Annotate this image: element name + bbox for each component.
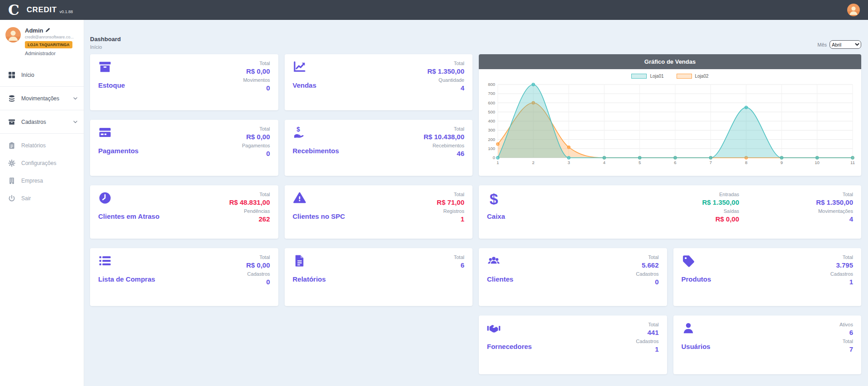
stat-value: R$ 10.438,00	[424, 132, 464, 141]
sidebar-item-movimentacoes[interactable]: Movimentações	[0, 89, 84, 107]
stat-value: R$ 0,00	[243, 67, 270, 75]
building-icon	[8, 177, 15, 184]
stat-value: 0	[243, 84, 270, 92]
breadcrumb: Dashboard Início	[90, 36, 121, 50]
hand-dollar-icon: $	[293, 126, 306, 139]
clock-icon	[98, 191, 112, 205]
stat-value: R$ 1.350,00	[427, 67, 464, 75]
stat-label: Cadastros	[636, 338, 658, 345]
card-title: Clientes	[487, 275, 513, 283]
stat-label: Entradas	[702, 191, 739, 198]
user-name: Admin	[25, 27, 74, 34]
svg-text:8: 8	[745, 160, 747, 165]
store-badge: LOJA TAQUARITINGA	[25, 41, 72, 48]
credit-card-icon	[98, 126, 112, 139]
card-fornecedores[interactable]: Fornecedores Total 441 Cadastros 1	[479, 315, 667, 374]
stat-label: Total	[636, 254, 658, 261]
stat-label: Total	[424, 126, 464, 132]
card-usuarios[interactable]: Usuários Ativos 6 Total 7	[673, 315, 862, 374]
user-block: Admin credit@anronsoftware.co... LOJA TA…	[0, 20, 84, 60]
box-icon	[98, 60, 112, 74]
stat-value: 4	[816, 215, 853, 223]
app-header: C CREDIT v0.1.88	[0, 0, 868, 20]
sidebar-item-sair[interactable]: Sair	[0, 189, 84, 207]
stat-label: Pendências	[229, 208, 270, 215]
stat-value: 3.795	[830, 261, 853, 269]
sidebar-item-relatorios[interactable]: Relatórios	[0, 137, 84, 154]
card-produtos[interactable]: Produtos Total 3.795 Cadastros 1	[673, 248, 862, 306]
sidebar-item-label: Movimentações	[21, 95, 59, 102]
card-relatorios[interactable]: Relatórios Total 6	[285, 248, 473, 306]
main-content: Dashboard Início Mês Abril Estoque Total…	[84, 20, 868, 386]
divider	[0, 110, 84, 110]
card-title: Clientes em Atraso	[98, 212, 159, 220]
card-clientes[interactable]: Clientes Total 5.662 Cadastros 0	[479, 248, 667, 306]
stat-label: Movimentos	[243, 77, 270, 84]
tag-icon	[682, 254, 695, 268]
chart-line-icon	[293, 60, 306, 74]
card-clientes-em-atraso[interactable]: Clientes em Atraso Total R$ 48.831,00 Pe…	[90, 185, 278, 239]
card-lista-de-compras[interactable]: Lista de Compras Total R$ 0,00 Cadastros…	[90, 248, 278, 306]
svg-text:11: 11	[850, 160, 855, 165]
stat-label: Total	[242, 126, 270, 132]
card-pagamentos[interactable]: Pagamentos Total R$ 0,00 Pagamentos 0	[90, 120, 278, 176]
stat-label: Movimentações	[816, 208, 853, 215]
sidebar-item-empresa[interactable]: Empresa	[0, 172, 84, 189]
card-title: Usuários	[682, 343, 711, 350]
app-name: CREDIT	[27, 5, 57, 14]
sidebar-item-label: Configurações	[21, 160, 56, 166]
svg-text:700: 700	[488, 91, 495, 96]
stat-label: Total	[229, 191, 270, 198]
legend-item[interactable]: Loja02	[677, 74, 709, 79]
stat-value: R$ 0,00	[242, 132, 270, 141]
divider	[0, 133, 84, 134]
stat-value: 7	[839, 345, 853, 353]
card-caixa[interactable]: $ Caixa Entradas R$ 1.350,00 Saídas R$ 0…	[479, 185, 861, 239]
svg-text:5: 5	[639, 160, 641, 165]
stat-value: 4	[427, 84, 464, 92]
sidebar: Admin credit@anronsoftware.co... LOJA TA…	[0, 20, 84, 386]
legend-item[interactable]: Loja01	[631, 74, 663, 79]
month-filter: Mês Abril	[817, 40, 861, 50]
stat-value: 6	[454, 261, 464, 269]
stat-label: Cadastros	[830, 271, 853, 278]
card-estoque[interactable]: Estoque Total R$ 0,00 Movimentos 0	[90, 54, 278, 110]
svg-text:100: 100	[488, 146, 495, 151]
chevron-down-icon	[73, 121, 77, 123]
card-recebimentos[interactable]: $ Recebimentos Total R$ 10.438,00 Recebi…	[285, 120, 473, 176]
card-title: Relatórios	[293, 275, 326, 283]
sidebar-item-label: Empresa	[21, 178, 43, 184]
stat-label: Total	[243, 60, 270, 67]
grid-icon	[8, 71, 15, 79]
month-label: Mês	[817, 42, 827, 47]
svg-text:10: 10	[815, 160, 820, 165]
sidebar-avatar[interactable]	[5, 27, 21, 42]
stat-value: 46	[424, 149, 464, 158]
sidebar-item-cadastros[interactable]: Cadastros	[0, 113, 84, 131]
list-icon	[98, 254, 112, 268]
svg-text:1: 1	[496, 160, 499, 165]
page-title: Dashboard	[90, 36, 121, 42]
legend-swatch	[677, 74, 692, 79]
card-vendas[interactable]: Vendas Total R$ 1.350,00 Quantidade 4	[285, 54, 473, 110]
card-title: Lista de Compras	[98, 275, 155, 283]
sidebar-item-inicio[interactable]: Início	[0, 66, 84, 84]
sidebar-item-configuracoes[interactable]: Configurações	[0, 154, 84, 172]
card-clientes-no-spc[interactable]: Clientes no SPC Total R$ 71,00 Registros…	[285, 185, 473, 239]
user-name-text: Admin	[25, 27, 43, 34]
stat-value: R$ 0,00	[702, 215, 739, 223]
month-select[interactable]: Abril	[830, 40, 861, 49]
stat-label: Cadastros	[636, 271, 658, 278]
stat-label: Saídas	[702, 208, 739, 215]
user-avatar-icon[interactable]	[847, 4, 860, 16]
clipboard-icon	[8, 142, 15, 149]
svg-text:7: 7	[710, 160, 712, 165]
user-role: Administrador	[25, 51, 74, 56]
chart-legend: Loja01Loja02	[483, 74, 857, 79]
svg-text:2: 2	[532, 160, 534, 165]
stat-label: Recebimentos	[424, 142, 464, 149]
sidebar-item-label: Início	[21, 72, 34, 78]
chart-title: Gráfico de Vendas	[479, 54, 861, 69]
edit-pencil-icon[interactable]	[45, 27, 50, 34]
stat-value: 0	[246, 278, 270, 286]
